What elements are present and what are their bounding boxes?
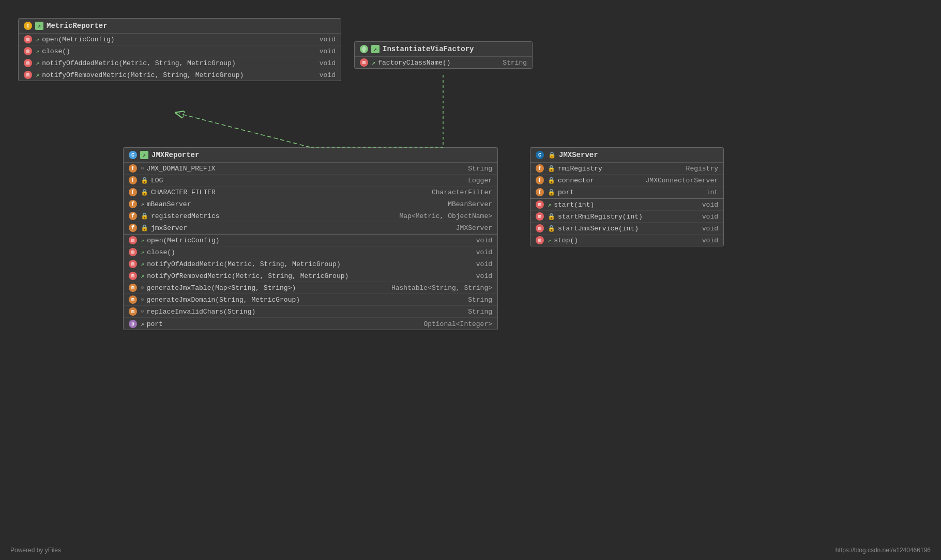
field-registered: f 🔒 registeredMetrics Map<Metric, Object… bbox=[124, 210, 497, 222]
row-open: m ↗ open(MetricConfig) void bbox=[19, 34, 341, 45]
metric-reporter-box: I ↗ MetricReporter m ↗ open(MetricConfig… bbox=[18, 18, 341, 81]
row-factory-class: m ↗ factoryClassName() String bbox=[355, 57, 532, 68]
method-icon: m bbox=[129, 295, 137, 304]
method-icon: m bbox=[24, 59, 32, 67]
method-replace-chars: m ○ replaceInvalidChars(String) String bbox=[124, 306, 497, 318]
instantiate-header: @ ↗ InstantiateViaFactory bbox=[355, 42, 532, 57]
package-icon-ann: ↗ bbox=[371, 45, 380, 53]
field-icon: f bbox=[129, 164, 137, 173]
field-char-filter: f 🔒 CHARACTER_FILTER CharacterFilter bbox=[124, 186, 497, 198]
method-icon: m bbox=[129, 307, 137, 316]
field-rmi: f 🔒 rmiRegistry Registry bbox=[530, 163, 723, 175]
jmx-server-title: JMXServer bbox=[559, 151, 598, 159]
method-icon: m bbox=[24, 35, 32, 43]
field-port-srv: f 🔒 port int bbox=[530, 186, 723, 198]
method-icon: m bbox=[129, 236, 137, 244]
prop-port: p ↗ port Optional<Integer> bbox=[124, 318, 497, 330]
method-icon: m bbox=[129, 260, 137, 268]
method-close-jmx: m ↗ close() void bbox=[124, 246, 497, 258]
row-close: m ↗ close() void bbox=[19, 45, 341, 57]
jmx-server-box: C 🔒 JMXServer f 🔒 rmiRegistry Registry f… bbox=[530, 147, 724, 246]
field-log: f 🔒 LOG Logger bbox=[124, 175, 497, 186]
method-notify-added-jmx: m ↗ notifyOfAddedMetric(Metric, String, … bbox=[124, 258, 497, 270]
jmx-server-header: C 🔒 JMXServer bbox=[530, 148, 723, 163]
field-connector: f 🔒 connector JMXConnectorServer bbox=[530, 175, 723, 186]
method-icon: m bbox=[129, 248, 137, 256]
field-icon: f bbox=[129, 200, 137, 208]
field-jmx-server: f 🔒 jmxServer JMXServer bbox=[124, 222, 497, 234]
jmx-reporter-title: JMXReporter bbox=[151, 151, 199, 159]
method-start-jmx-svc: m 🔒 startJmxService(int) void bbox=[530, 223, 723, 235]
method-start: m ↗ start(int) void bbox=[530, 198, 723, 211]
field-icon: f bbox=[536, 188, 544, 196]
implements-arrow bbox=[179, 114, 310, 147]
field-icon: f bbox=[129, 224, 137, 232]
method-icon: m bbox=[536, 236, 544, 244]
field-icon: f bbox=[129, 176, 137, 184]
method-icon: m bbox=[360, 58, 368, 67]
method-icon: m bbox=[536, 212, 544, 221]
metric-reporter-title: MetricReporter bbox=[47, 22, 108, 30]
instantiate-via-factory-box: @ ↗ InstantiateViaFactory m ↗ factoryCla… bbox=[354, 41, 533, 69]
method-start-rmi: m 🔒 startRmiRegistry(int) void bbox=[530, 211, 723, 223]
field-icon: f bbox=[129, 212, 137, 220]
method-gen-domain: m ○ generateJmxDomain(String, MetricGrou… bbox=[124, 294, 497, 306]
field-icon: f bbox=[536, 176, 544, 184]
field-icon: f bbox=[129, 188, 137, 196]
method-stop: m ↗ stop() void bbox=[530, 235, 723, 246]
annotation-icon: @ bbox=[360, 45, 368, 53]
package-icon-jmx: ↗ bbox=[140, 151, 148, 159]
diagram-container: I ↗ MetricReporter m ↗ open(MetricConfig… bbox=[0, 0, 941, 560]
class-icon: C bbox=[129, 151, 137, 159]
field-jmx-domain: f ○ JMX_DOMAIN_PREFIX String bbox=[124, 163, 497, 175]
package-icon: ↗ bbox=[35, 22, 43, 30]
method-icon: m bbox=[129, 272, 137, 280]
metric-reporter-header: I ↗ MetricReporter bbox=[19, 19, 341, 34]
jmx-reporter-box: C ↗ JMXReporter f ○ JMX_DOMAIN_PREFIX St… bbox=[123, 147, 498, 330]
footer-url: https://blog.csdn.net/a1240466196 bbox=[836, 547, 931, 554]
method-icon: m bbox=[536, 224, 544, 232]
method-gen-table: m ○ generateJmxTable(Map<String, String>… bbox=[124, 282, 497, 294]
method-notify-removed-jmx: m ↗ notifyOfRemovedMetric(Metric, String… bbox=[124, 270, 497, 282]
method-icon: m bbox=[24, 47, 32, 55]
row-notify-added: m ↗ notifyOfAddedMetric(Metric, String, … bbox=[19, 57, 341, 69]
jmx-reporter-header: C ↗ JMXReporter bbox=[124, 148, 497, 163]
field-icon: f bbox=[536, 164, 544, 173]
property-icon: p bbox=[129, 320, 137, 328]
method-open-jmx: m ↗ open(MetricConfig) void bbox=[124, 234, 497, 246]
row-notify-removed: m ↗ notifyOfRemovedMetric(Metric, String… bbox=[19, 69, 341, 81]
footer-powered-by: Powered by yFiles bbox=[10, 547, 61, 554]
method-icon: m bbox=[536, 200, 544, 209]
field-mbean: f ↗ mBeanServer MBeanServer bbox=[124, 198, 497, 210]
interface-icon: I bbox=[24, 22, 32, 30]
class-icon: C bbox=[536, 151, 544, 159]
instantiate-title: InstantiateViaFactory bbox=[383, 45, 474, 53]
method-icon: m bbox=[129, 284, 137, 292]
method-icon: m bbox=[24, 71, 32, 79]
